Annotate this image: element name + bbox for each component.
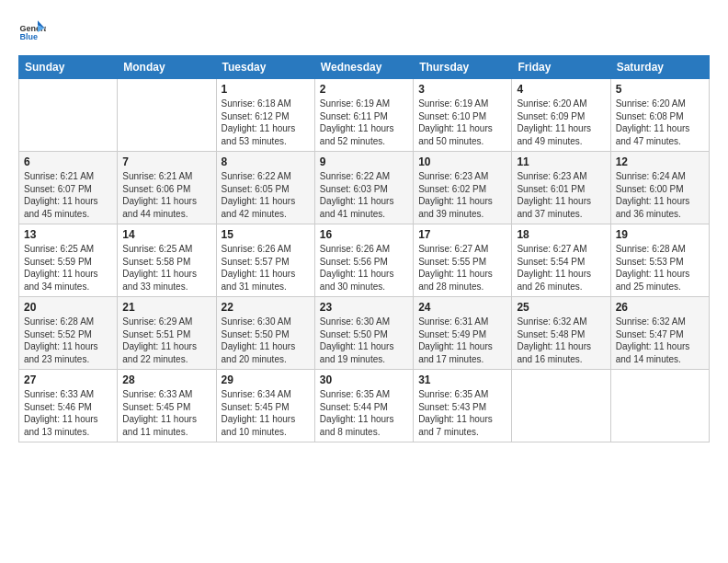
logo-icon: GeneralBlue (18, 18, 46, 46)
weekday-header-tuesday: Tuesday (216, 56, 314, 79)
day-number: 16 (320, 228, 408, 241)
calendar-cell: 12Sunrise: 6:24 AMSunset: 6:00 PMDayligh… (610, 152, 709, 224)
day-number: 27 (24, 373, 112, 386)
weekday-header-wednesday: Wednesday (314, 56, 413, 79)
calendar-cell (19, 79, 118, 152)
day-info: Sunrise: 6:21 AMSunset: 6:06 PMDaylight:… (122, 170, 210, 220)
day-info: Sunrise: 6:19 AMSunset: 6:10 PMDaylight:… (418, 98, 506, 147)
day-number: 22 (222, 301, 310, 314)
calendar-week-row: 20Sunrise: 6:28 AMSunset: 5:52 PMDayligh… (19, 297, 710, 370)
day-number: 6 (24, 155, 112, 168)
day-info: Sunrise: 6:34 AMSunset: 5:45 PMDaylight:… (222, 388, 310, 438)
day-number: 24 (418, 301, 506, 314)
day-info: Sunrise: 6:30 AMSunset: 5:50 PMDaylight:… (222, 316, 310, 365)
calendar-cell: 24Sunrise: 6:31 AMSunset: 5:49 PMDayligh… (414, 297, 512, 370)
calendar-cell: 13Sunrise: 6:25 AMSunset: 5:59 PMDayligh… (19, 224, 118, 297)
day-info: Sunrise: 6:23 AMSunset: 6:02 PMDaylight:… (418, 170, 506, 220)
calendar-cell: 16Sunrise: 6:26 AMSunset: 5:56 PMDayligh… (314, 224, 413, 297)
day-info: Sunrise: 6:23 AMSunset: 6:01 PMDaylight:… (517, 170, 605, 220)
day-number: 4 (517, 83, 605, 96)
calendar-cell: 20Sunrise: 6:28 AMSunset: 5:52 PMDayligh… (19, 297, 118, 370)
day-info: Sunrise: 6:22 AMSunset: 6:03 PMDaylight:… (320, 170, 408, 220)
day-info: Sunrise: 6:20 AMSunset: 6:09 PMDaylight:… (517, 98, 605, 147)
day-info: Sunrise: 6:20 AMSunset: 6:08 PMDaylight:… (616, 98, 704, 147)
day-number: 9 (320, 155, 408, 168)
calendar-cell: 21Sunrise: 6:29 AMSunset: 5:51 PMDayligh… (118, 297, 216, 370)
calendar-cell: 15Sunrise: 6:26 AMSunset: 5:57 PMDayligh… (216, 224, 314, 297)
calendar-week-row: 6Sunrise: 6:21 AMSunset: 6:07 PMDaylight… (19, 152, 710, 224)
day-info: Sunrise: 6:27 AMSunset: 5:55 PMDaylight:… (418, 243, 506, 293)
day-info: Sunrise: 6:26 AMSunset: 5:57 PMDaylight:… (222, 243, 310, 293)
day-info: Sunrise: 6:33 AMSunset: 5:46 PMDaylight:… (24, 388, 112, 438)
day-info: Sunrise: 6:19 AMSunset: 6:11 PMDaylight:… (320, 98, 408, 147)
day-info: Sunrise: 6:24 AMSunset: 6:00 PMDaylight:… (616, 170, 704, 220)
day-number: 25 (517, 301, 605, 314)
day-number: 28 (122, 373, 210, 386)
calendar-week-row: 13Sunrise: 6:25 AMSunset: 5:59 PMDayligh… (19, 224, 710, 297)
day-number: 14 (122, 228, 210, 241)
calendar-cell: 9Sunrise: 6:22 AMSunset: 6:03 PMDaylight… (314, 152, 413, 224)
calendar-cell: 28Sunrise: 6:33 AMSunset: 5:45 PMDayligh… (118, 370, 216, 442)
calendar-week-row: 27Sunrise: 6:33 AMSunset: 5:46 PMDayligh… (19, 370, 710, 442)
day-info: Sunrise: 6:32 AMSunset: 5:47 PMDaylight:… (616, 316, 704, 365)
day-number: 26 (616, 301, 704, 314)
day-number: 12 (616, 155, 704, 168)
calendar-cell (118, 79, 216, 152)
day-info: Sunrise: 6:28 AMSunset: 5:52 PMDaylight:… (24, 316, 112, 365)
day-number: 13 (24, 228, 112, 241)
calendar-cell: 8Sunrise: 6:22 AMSunset: 6:05 PMDaylight… (216, 152, 314, 224)
calendar-cell: 11Sunrise: 6:23 AMSunset: 6:01 PMDayligh… (512, 152, 610, 224)
calendar-cell: 29Sunrise: 6:34 AMSunset: 5:45 PMDayligh… (216, 370, 314, 442)
calendar-cell: 18Sunrise: 6:27 AMSunset: 5:54 PMDayligh… (512, 224, 610, 297)
day-info: Sunrise: 6:25 AMSunset: 5:58 PMDaylight:… (122, 243, 210, 293)
day-info: Sunrise: 6:28 AMSunset: 5:53 PMDaylight:… (616, 243, 704, 293)
calendar-cell: 26Sunrise: 6:32 AMSunset: 5:47 PMDayligh… (610, 297, 709, 370)
weekday-header-sunday: Sunday (19, 56, 118, 79)
day-info: Sunrise: 6:22 AMSunset: 6:05 PMDaylight:… (222, 170, 310, 220)
calendar-cell: 2Sunrise: 6:19 AMSunset: 6:11 PMDaylight… (314, 79, 413, 152)
day-info: Sunrise: 6:26 AMSunset: 5:56 PMDaylight:… (320, 243, 408, 293)
calendar-cell: 27Sunrise: 6:33 AMSunset: 5:46 PMDayligh… (19, 370, 118, 442)
day-number: 21 (122, 301, 210, 314)
day-number: 17 (418, 228, 506, 241)
calendar-cell: 5Sunrise: 6:20 AMSunset: 6:08 PMDaylight… (610, 79, 709, 152)
day-number: 10 (418, 155, 506, 168)
calendar-cell: 31Sunrise: 6:35 AMSunset: 5:43 PMDayligh… (414, 370, 512, 442)
weekday-header-thursday: Thursday (414, 56, 512, 79)
svg-text:Blue: Blue (20, 32, 39, 41)
day-info: Sunrise: 6:30 AMSunset: 5:50 PMDaylight:… (320, 316, 408, 365)
day-number: 7 (122, 155, 210, 168)
calendar-cell: 17Sunrise: 6:27 AMSunset: 5:55 PMDayligh… (414, 224, 512, 297)
calendar-cell: 23Sunrise: 6:30 AMSunset: 5:50 PMDayligh… (314, 297, 413, 370)
day-number: 30 (320, 373, 408, 386)
logo: GeneralBlue (18, 18, 46, 46)
day-number: 1 (222, 83, 310, 96)
calendar-cell: 19Sunrise: 6:28 AMSunset: 5:53 PMDayligh… (610, 224, 709, 297)
calendar-cell: 6Sunrise: 6:21 AMSunset: 6:07 PMDaylight… (19, 152, 118, 224)
weekday-header-monday: Monday (118, 56, 216, 79)
day-number: 15 (222, 228, 310, 241)
day-number: 23 (320, 301, 408, 314)
calendar-header-row: SundayMondayTuesdayWednesdayThursdayFrid… (19, 56, 710, 79)
day-number: 20 (24, 301, 112, 314)
calendar-cell (512, 370, 610, 442)
page-header: GeneralBlue (18, 18, 710, 46)
day-info: Sunrise: 6:35 AMSunset: 5:43 PMDaylight:… (418, 388, 506, 438)
day-info: Sunrise: 6:35 AMSunset: 5:44 PMDaylight:… (320, 388, 408, 438)
day-number: 11 (517, 155, 605, 168)
calendar-table: SundayMondayTuesdayWednesdayThursdayFrid… (18, 55, 710, 442)
calendar-cell: 7Sunrise: 6:21 AMSunset: 6:06 PMDaylight… (118, 152, 216, 224)
day-number: 29 (222, 373, 310, 386)
day-info: Sunrise: 6:27 AMSunset: 5:54 PMDaylight:… (517, 243, 605, 293)
day-info: Sunrise: 6:29 AMSunset: 5:51 PMDaylight:… (122, 316, 210, 365)
calendar-cell: 4Sunrise: 6:20 AMSunset: 6:09 PMDaylight… (512, 79, 610, 152)
day-info: Sunrise: 6:18 AMSunset: 6:12 PMDaylight:… (222, 98, 310, 147)
calendar-cell: 10Sunrise: 6:23 AMSunset: 6:02 PMDayligh… (414, 152, 512, 224)
day-number: 19 (616, 228, 704, 241)
day-number: 31 (418, 373, 506, 386)
day-info: Sunrise: 6:32 AMSunset: 5:48 PMDaylight:… (517, 316, 605, 365)
day-number: 5 (616, 83, 704, 96)
calendar-cell: 14Sunrise: 6:25 AMSunset: 5:58 PMDayligh… (118, 224, 216, 297)
calendar-cell (610, 370, 709, 442)
day-number: 18 (517, 228, 605, 241)
